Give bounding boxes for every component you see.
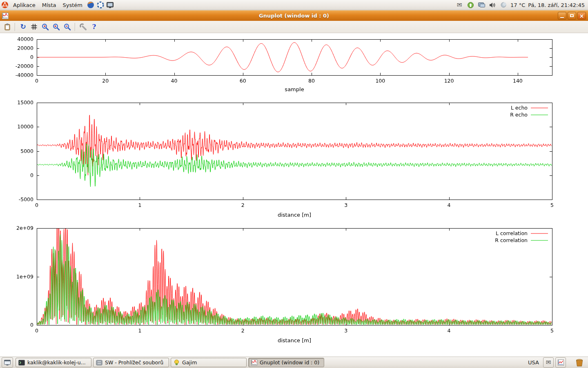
screenshot-launcher[interactable]	[105, 0, 115, 10]
taskbar: kaklik@kaklik-kolej-u... SW - Prohlížeč …	[0, 357, 588, 368]
gnuplot-canvas-area	[0, 33, 588, 357]
toggle-grid-button[interactable]	[29, 22, 40, 32]
display-icon	[478, 2, 485, 8]
window-controls: ×	[558, 12, 586, 20]
menu-aplikace[interactable]: Aplikace	[10, 0, 39, 10]
display-settings[interactable]	[477, 1, 486, 9]
help-lifesaver-icon	[97, 1, 104, 9]
help-button[interactable]: ?	[89, 22, 100, 32]
file-manager-icon	[96, 360, 102, 366]
close-button[interactable]: ×	[577, 12, 586, 20]
gnuplot-toolbar: ↻	[0, 21, 588, 33]
menu-system-label: Systém	[62, 2, 82, 8]
copy-to-clipboard-button[interactable]	[2, 22, 13, 32]
task-label: kaklik@kaklik-kolej-u...	[27, 359, 86, 366]
mail-envelope-icon: ✉	[546, 359, 551, 366]
window-menu-button[interactable]	[2, 13, 9, 19]
firefox-icon	[87, 1, 94, 9]
firefox-launcher[interactable]	[86, 0, 96, 10]
keyboard-layout-indicator[interactable]: USA	[528, 359, 539, 366]
mail-envelope-icon: ✉	[457, 2, 462, 8]
terminal-icon	[18, 360, 25, 366]
panel-status-area: ✉	[455, 0, 588, 10]
trash-icon	[575, 359, 584, 367]
chart-signal-canvas[interactable]	[0, 34, 588, 98]
wrench-icon	[80, 23, 87, 31]
screenshot-icon	[107, 2, 114, 8]
window-titlebar[interactable]: Gnuplot (window id : 0) ×	[0, 10, 588, 21]
main-menu-button[interactable]	[0, 0, 10, 10]
toolbar-separator	[75, 23, 76, 31]
task-button-terminal[interactable]: kaklik@kaklik-kolej-u...	[16, 358, 91, 367]
question-icon: ?	[92, 23, 96, 31]
chart-correlation-canvas[interactable]	[0, 224, 588, 348]
gnuplot-window-icon	[2, 13, 9, 19]
menu-mista-label: Místa	[42, 2, 56, 8]
maximize-button[interactable]	[568, 12, 576, 20]
gnuplot-icon	[251, 359, 257, 366]
task-label: SW - Prohlížeč souborů	[105, 359, 163, 366]
task-button-file-manager[interactable]: SW - Prohlížeč souborů	[93, 358, 169, 367]
magnifier-left-icon	[42, 23, 49, 31]
update-notifier[interactable]	[466, 1, 474, 9]
minimize-button[interactable]	[558, 12, 566, 20]
menu-aplikace-label: Aplikace	[13, 2, 36, 8]
zoom-next-button[interactable]	[51, 22, 62, 32]
clock-label[interactable]: Pá, 18. září, 21:42:45	[528, 2, 585, 8]
volume-control[interactable]	[488, 1, 497, 9]
clipboard-icon	[4, 23, 11, 31]
window-title: Gnuplot (window id : 0)	[0, 13, 588, 19]
menu-mista[interactable]: Místa	[39, 0, 60, 10]
close-icon: ×	[579, 13, 584, 19]
show-desktop-button[interactable]	[2, 357, 13, 368]
task-button-gnuplot[interactable]: Gnuplot (window id : 0)	[248, 358, 324, 367]
chart-echo-canvas[interactable]	[0, 98, 588, 224]
zoom-previous-button[interactable]	[40, 22, 51, 32]
task-label: Gajim	[182, 359, 197, 366]
desktop-icon	[4, 360, 11, 366]
magnifier-right-icon	[53, 23, 60, 31]
task-button-gajim[interactable]: Gajim	[171, 358, 247, 367]
mini-chart-icon	[558, 359, 564, 366]
refresh-icon: ↻	[20, 23, 26, 30]
minimize-icon	[560, 17, 564, 18]
volume-icon	[489, 2, 496, 8]
configure-button[interactable]	[78, 22, 89, 32]
gajim-icon	[174, 359, 180, 366]
help-launcher[interactable]	[96, 0, 105, 10]
trash-applet[interactable]	[572, 357, 586, 368]
temperature-label[interactable]: 17 °C	[510, 2, 525, 8]
task-label: Gnuplot (window id : 0)	[260, 359, 319, 366]
chart-tray-button[interactable]	[555, 357, 566, 368]
weather-moon-icon	[501, 2, 506, 8]
desktop: Aplikace Místa Systém	[0, 0, 588, 368]
magnifier-icon	[64, 23, 71, 31]
ubuntu-logo-icon	[1, 1, 9, 9]
maximize-icon	[570, 14, 574, 17]
update-icon	[468, 2, 474, 8]
mail-tray-button[interactable]: ✉	[543, 357, 554, 368]
weather-applet[interactable]	[499, 1, 508, 9]
unzoom-button[interactable]	[62, 22, 73, 32]
replot-button[interactable]: ↻	[18, 22, 29, 32]
mail-notifier[interactable]: ✉	[455, 1, 463, 9]
grid-icon	[31, 23, 38, 30]
toolbar-separator	[15, 23, 16, 31]
menu-system[interactable]: Systém	[59, 0, 85, 10]
top-panel: Aplikace Místa Systém	[0, 0, 588, 10]
